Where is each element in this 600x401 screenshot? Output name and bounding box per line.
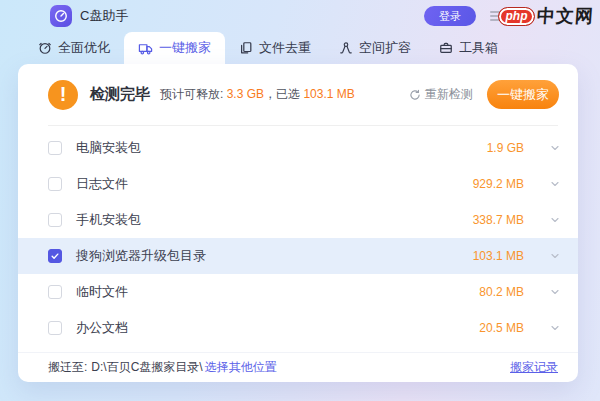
checkbox[interactable] [48, 177, 62, 191]
top-bar: C盘助手 登录 php 中文网 [0, 0, 600, 32]
tab-toolbox[interactable]: 工具箱 [425, 32, 512, 64]
category-list: 电脑安装包 1.9 GB 日志文件 929.2 MB 手机安装包 338.7 M… [18, 126, 578, 346]
list-item-sogou-upgrade-dir[interactable]: 搜狗浏览器升级包目录 103.1 MB [18, 238, 578, 274]
item-size: 1.9 GB [487, 141, 524, 155]
check-icon [50, 251, 60, 261]
refresh-icon [409, 89, 421, 101]
chevron-down-icon[interactable] [548, 177, 562, 191]
destination-label: 搬迁至: [48, 359, 87, 376]
move-history-link[interactable]: 搬家记录 [510, 359, 558, 376]
warning-exclamation-icon: ! [48, 80, 78, 110]
list-item-phone-installers[interactable]: 手机安装包 338.7 MB [18, 202, 578, 238]
gauge-icon [38, 41, 52, 55]
estimate-label: 预计可释放: [160, 87, 223, 101]
checkbox[interactable] [48, 141, 62, 155]
truck-icon [138, 41, 153, 56]
tab-label: 一键搬家 [159, 39, 211, 57]
dedup-docs-icon [239, 41, 253, 55]
tab-file-dedup[interactable]: 文件去重 [225, 32, 325, 64]
panel-footer: 搬迁至: D:\百贝C盘搬家目录\ 选择其他位置 搬家记录 [18, 352, 578, 382]
item-size: 338.7 MB [473, 213, 524, 227]
scan-summary-header: ! 检测完毕 预计可释放: 3.3 GB，已选 103.1 MB 重新检测 一键… [18, 64, 578, 125]
selected-label: ，已选 [264, 87, 300, 101]
tab-label: 文件去重 [259, 39, 311, 57]
destination-path: D:\百贝C盘搬家目录\ [91, 359, 202, 376]
one-click-move-button[interactable]: 一键搬家 [487, 80, 559, 109]
chevron-down-icon[interactable] [548, 213, 562, 227]
tab-full-optimize[interactable]: 全面优化 [24, 32, 124, 64]
chevron-down-icon[interactable] [548, 141, 562, 155]
scan-status-title: 检测完毕 [90, 85, 150, 104]
tab-label: 全面优化 [58, 39, 110, 57]
tab-one-click-move[interactable]: 一键搬家 [124, 32, 225, 64]
item-label: 临时文件 [76, 283, 128, 301]
item-label: 搜狗浏览器升级包目录 [76, 247, 206, 265]
checkbox-checked[interactable] [48, 249, 62, 263]
tab-label: 工具箱 [459, 39, 498, 57]
tab-label: 空间扩容 [359, 39, 411, 57]
app-logo-icon [50, 5, 72, 27]
item-label: 手机安装包 [76, 211, 141, 229]
estimate-value: 3.3 GB [227, 87, 264, 101]
choose-location-link[interactable]: 选择其他位置 [205, 359, 277, 376]
tab-space-expand[interactable]: 空间扩容 [325, 32, 425, 64]
chevron-down-icon[interactable] [548, 249, 562, 263]
php-brand-logo: php 中文网 [490, 4, 594, 28]
checkbox[interactable] [48, 285, 62, 299]
chevron-down-icon[interactable] [548, 285, 562, 299]
checkbox[interactable] [48, 321, 62, 335]
recheck-label: 重新检测 [425, 86, 473, 103]
chevron-down-icon[interactable] [548, 321, 562, 335]
list-item-temp-files[interactable]: 临时文件 80.2 MB [18, 274, 578, 310]
app-title: C盘助手 [80, 7, 128, 25]
php-logo-text: 中文网 [536, 4, 595, 28]
recheck-button[interactable]: 重新检测 [409, 86, 473, 103]
selected-value: 103.1 MB [303, 87, 354, 101]
tab-bar: 全面优化 一键搬家 文件去重 空间扩容 工具箱 [0, 32, 600, 64]
list-item-log-files[interactable]: 日志文件 929.2 MB [18, 166, 578, 202]
item-label: 日志文件 [76, 175, 128, 193]
item-label: 办公文档 [76, 319, 128, 337]
item-size: 103.1 MB [473, 249, 524, 263]
toolbox-icon [439, 41, 453, 55]
php-logo-oval: php [498, 7, 535, 26]
gauge-glyph-icon [54, 9, 68, 23]
item-size: 20.5 MB [479, 321, 524, 335]
item-size: 80.2 MB [479, 285, 524, 299]
checkbox[interactable] [48, 213, 62, 227]
item-size: 929.2 MB [473, 177, 524, 191]
list-item-office-docs[interactable]: 办公文档 20.5 MB [18, 310, 578, 346]
scan-status-detail: 预计可释放: 3.3 GB，已选 103.1 MB [160, 86, 355, 103]
list-item-pc-installers[interactable]: 电脑安装包 1.9 GB [18, 130, 578, 166]
item-label: 电脑安装包 [76, 139, 141, 157]
expand-jack-icon [339, 41, 353, 55]
main-panel: ! 检测完毕 预计可释放: 3.3 GB，已选 103.1 MB 重新检测 一键… [18, 64, 578, 382]
login-button[interactable]: 登录 [424, 6, 476, 26]
